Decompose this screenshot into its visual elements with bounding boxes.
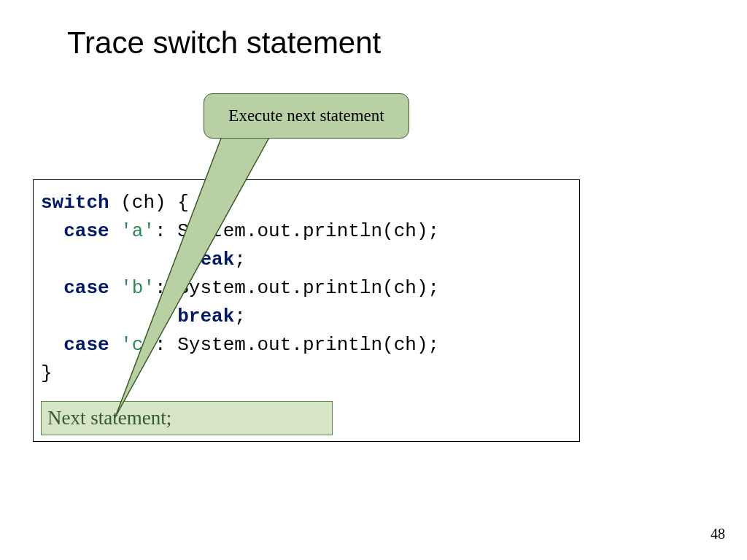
page-number: 48 — [711, 526, 725, 542]
code-line-5: break; — [41, 303, 572, 331]
code-line-4: case 'b': System.out.println(ch); — [41, 274, 572, 303]
keyword-switch: switch — [41, 192, 109, 214]
code-line-2: case 'a': System.out.println(ch); — [41, 217, 572, 246]
spacer — [41, 388, 572, 401]
callout-text: Execute next statement — [228, 106, 384, 125]
code-line-3: break; — [41, 246, 572, 274]
highlighted-statement: Next statement; — [41, 401, 333, 435]
code-text: (ch) { — [109, 192, 189, 214]
code-text: : System.out.println(ch); — [155, 334, 439, 356]
highlight-row: Next statement; — [41, 401, 572, 435]
code-line-7: } — [41, 359, 572, 388]
keyword-case: case — [63, 277, 109, 299]
keyword-break: break — [177, 306, 234, 327]
code-line-1: switch (ch) { — [41, 189, 572, 217]
callout-bubble: Execute next statement — [204, 93, 409, 139]
code-text: : System.out.println(ch); — [155, 220, 439, 242]
semicolon: ; — [234, 249, 246, 271]
keyword-break: break — [177, 249, 234, 271]
code-text: : System.out.println(ch); — [155, 277, 439, 299]
keyword-case: case — [63, 220, 109, 242]
code-line-6: case 'c': System.out.println(ch); — [41, 331, 572, 359]
literal-c: 'c' — [120, 334, 155, 356]
keyword-case: case — [63, 334, 109, 356]
semicolon: ; — [234, 306, 246, 327]
slide-title: Trace switch statement — [67, 26, 381, 61]
code-block: switch (ch) { case 'a': System.out.print… — [33, 179, 580, 442]
literal-a: 'a' — [120, 220, 155, 242]
literal-b: 'b' — [120, 277, 155, 299]
